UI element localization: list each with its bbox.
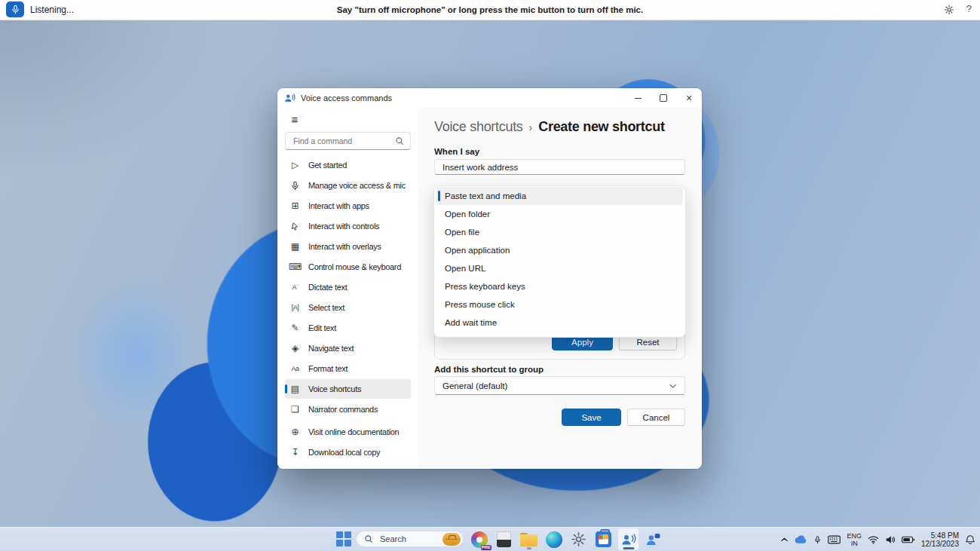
menu-item-paste-text-and-media[interactable]: Paste text and media xyxy=(436,187,683,205)
start-button[interactable] xyxy=(336,531,352,547)
breadcrumb-voice-shortcuts[interactable]: Voice shortcuts xyxy=(434,119,523,135)
taskbar-app-edge[interactable] xyxy=(544,528,564,550)
find-command-searchbox[interactable] xyxy=(285,132,411,150)
language-indicator[interactable]: ENG IN xyxy=(847,532,862,547)
onedrive-cloud-icon[interactable] xyxy=(795,535,807,544)
group-select[interactable]: General (default) xyxy=(434,376,685,395)
voice-access-app-icon xyxy=(284,93,296,103)
maximize-button[interactable] xyxy=(651,88,676,108)
wifi-icon[interactable] xyxy=(868,535,879,544)
sidebar-item-narrator-commands[interactable]: ❏ Narrator commands xyxy=(285,399,411,419)
menu-item-open-url[interactable]: Open URL xyxy=(436,259,683,277)
system-tray: ENG IN 5:48 PM 12/13/2023 xyxy=(780,528,975,551)
sidebar-item-navigate-text[interactable]: ◈ Navigate text xyxy=(285,338,411,358)
touch-keyboard-icon[interactable] xyxy=(828,535,841,544)
add-to-group-label: Add this shortcut to group xyxy=(434,365,685,374)
menu-item-open-folder[interactable]: Open folder xyxy=(436,205,683,223)
sidebar-item-dictate-text[interactable]: Aˈ Dictate text xyxy=(285,277,411,297)
window-title: Voice access commands xyxy=(301,93,392,103)
menu-item-press-keyboard-keys[interactable]: Press keyboard keys xyxy=(436,277,683,295)
people-chat-icon xyxy=(646,533,660,546)
taskbar-search-input[interactable] xyxy=(378,534,434,544)
settings-gear-icon xyxy=(571,531,586,547)
microphone-button[interactable] xyxy=(6,2,24,17)
format-text-icon: Aa xyxy=(289,365,302,372)
sidebar-item-format-text[interactable]: Aa Format text xyxy=(285,359,411,378)
taskbar-apps: PRE xyxy=(469,528,663,550)
taskbar-app-notepad[interactable] xyxy=(494,528,514,550)
taskbar: PRE ENG IN xyxy=(0,527,980,551)
sidebar-item-interact-with-controls[interactable]: Interact with controls xyxy=(285,216,411,236)
taskbar-app-voice-access[interactable] xyxy=(618,528,639,550)
taskbar-app-file-explorer[interactable] xyxy=(519,528,539,550)
menu-item-press-mouse-click[interactable]: Press mouse click xyxy=(436,295,683,314)
dictate-text-icon: Aˈ xyxy=(289,283,302,291)
menu-item-add-wait-time[interactable]: Add wait time xyxy=(436,314,683,332)
mic-icon xyxy=(289,181,302,191)
download-icon: ↧ xyxy=(289,447,302,458)
active-window-indicator xyxy=(623,547,634,549)
save-button[interactable]: Save xyxy=(562,409,621,426)
show-hidden-icons-chevron[interactable] xyxy=(780,537,789,543)
sidebar-item-edit-text[interactable]: ✎ Edit text xyxy=(285,318,411,338)
sidebar-item-interact-with-apps[interactable]: ⊞ Interact with apps xyxy=(285,196,411,216)
sidebar-nav: ▷ Get started Manage voice access & mic … xyxy=(285,155,411,420)
cancel-button[interactable]: Cancel xyxy=(627,409,685,426)
speaker-icon[interactable] xyxy=(885,535,896,544)
paint-preview-badge: PRE xyxy=(481,545,492,550)
taskbar-app-settings[interactable] xyxy=(568,528,589,550)
voice-hint-message: Say "turn off microphone" or long press … xyxy=(337,5,643,14)
breadcrumb: Voice shortcuts › Create new shortcut xyxy=(434,119,685,135)
voice-access-bar: Listening... Say "turn off microphone" o… xyxy=(0,0,980,20)
minimize-button[interactable] xyxy=(625,88,651,108)
microphone-icon xyxy=(11,5,20,14)
taskbar-app-store[interactable] xyxy=(593,528,614,550)
voice-settings-button[interactable] xyxy=(944,5,954,15)
close-icon: × xyxy=(686,93,692,103)
find-command-input[interactable] xyxy=(292,136,395,146)
overlays-grid-icon: ▦ xyxy=(289,241,302,252)
tray-microphone-icon[interactable] xyxy=(813,535,822,544)
apps-grid-icon: ⊞ xyxy=(289,201,302,211)
action-dropdown-menu: Paste text and media Open folder Open fi… xyxy=(433,185,686,338)
menu-item-open-file[interactable]: Open file xyxy=(436,223,683,241)
sidebar-item-voice-shortcuts[interactable]: ▤ Voice shortcuts xyxy=(285,379,411,399)
sidebar-item-select-text[interactable]: [A] Select text xyxy=(285,298,411,317)
battery-icon[interactable] xyxy=(902,536,915,543)
taskbar-app-people-chat[interactable] xyxy=(643,528,663,550)
play-icon: ▷ xyxy=(289,160,302,170)
chevron-right-icon: › xyxy=(529,121,533,133)
notepad-icon xyxy=(497,531,511,547)
maximize-icon xyxy=(660,94,667,102)
close-button[interactable]: × xyxy=(676,88,702,108)
sidebar-item-interact-with-overlays[interactable]: ▦ Interact with overlays xyxy=(285,237,411,256)
minimize-icon xyxy=(635,98,642,99)
windows-logo-icon xyxy=(336,531,343,538)
microsoft-store-icon xyxy=(596,531,611,547)
taskbar-app-paint[interactable]: PRE xyxy=(469,528,489,550)
notification-bell-icon[interactable] xyxy=(965,534,975,545)
search-icon xyxy=(364,534,373,543)
select-text-icon: [A] xyxy=(289,304,302,311)
sidebar-item-online-documentation[interactable]: ⊕ Visit online documentation xyxy=(285,422,411,442)
sidebar-item-download-local-copy[interactable]: ↧ Download local copy xyxy=(285,442,411,462)
sidebar-item-manage-voice-access[interactable]: Manage voice access & mic xyxy=(285,176,411,195)
when-i-say-input[interactable] xyxy=(434,159,685,175)
cursor-icon xyxy=(289,222,302,231)
window-titlebar[interactable]: Voice access commands × xyxy=(277,88,702,108)
gear-icon xyxy=(944,5,954,15)
menu-item-open-application[interactable]: Open application xyxy=(436,241,683,259)
search-highlight-icon xyxy=(443,533,461,546)
chevron-down-icon xyxy=(669,383,677,389)
taskbar-search[interactable] xyxy=(356,531,464,547)
voice-help-button[interactable]: ? xyxy=(966,3,972,14)
navigation-menu-button[interactable]: ≡ xyxy=(285,111,305,127)
navigate-text-icon: ◈ xyxy=(289,343,302,354)
taskbar-clock[interactable]: 5:48 PM 12/13/2023 xyxy=(921,531,959,548)
voice-shortcuts-icon: ▤ xyxy=(289,384,302,394)
running-indicator xyxy=(527,547,531,549)
file-explorer-icon xyxy=(520,533,537,546)
sidebar-item-control-mouse-keyboard[interactable]: ⌨ Control mouse & keyboard xyxy=(285,257,411,277)
mouse-keyboard-icon: ⌨ xyxy=(289,262,302,272)
sidebar-item-get-started[interactable]: ▷ Get started xyxy=(285,155,411,175)
